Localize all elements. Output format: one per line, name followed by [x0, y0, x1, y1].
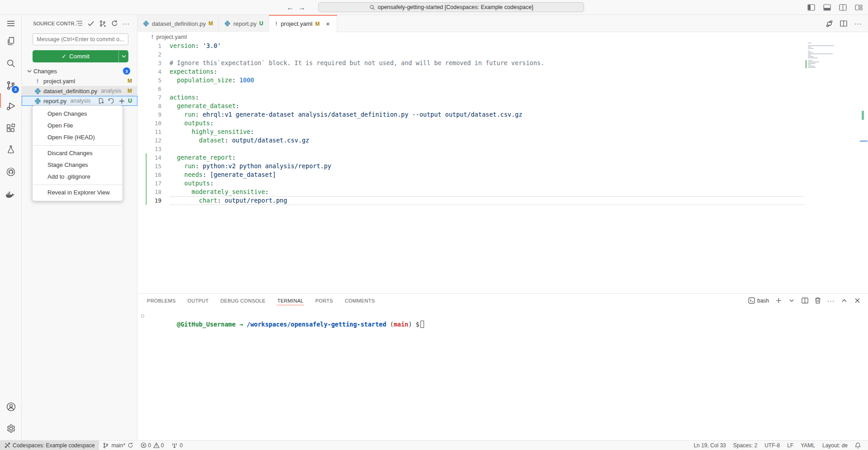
indentation-indicator[interactable]: Spaces: 2: [730, 441, 761, 450]
menu-item-open-file-head[interactable]: Open File (HEAD): [33, 132, 123, 143]
menu-button[interactable]: [5, 18, 16, 29]
code-line-12[interactable]: 12 dataset: output/dataset.csv.gz: [137, 136, 868, 145]
sidebar-item-extensions[interactable]: [5, 123, 16, 134]
changes-section-header[interactable]: Changes 3: [22, 66, 137, 76]
tab-dataset-definition[interactable]: dataset_definition.py M: [137, 15, 219, 32]
code-line-2[interactable]: 2: [137, 50, 868, 59]
scm-file-row-report-py[interactable]: report.py analysis U: [22, 96, 137, 106]
view-as-tree-button[interactable]: [75, 19, 84, 28]
problems-indicator[interactable]: 0 0: [137, 441, 167, 450]
code-line-9[interactable]: 9 run: ehrql:v1 generate-dataset analysi…: [137, 110, 868, 119]
close-tab-button[interactable]: ×: [324, 20, 331, 28]
code-line-6[interactable]: 6: [137, 85, 868, 93]
tab-project-yaml[interactable]: ! project.yaml M ×: [269, 15, 337, 32]
code-line-5[interactable]: 5 population_size: 1000: [137, 76, 868, 85]
branch-indicator[interactable]: main*: [99, 441, 137, 450]
sidebar-item-github[interactable]: [5, 166, 16, 177]
menu-item-stage-changes[interactable]: Stage Changes: [33, 159, 123, 171]
commit-button[interactable]: ✓ Commit: [33, 50, 128, 62]
notifications-button[interactable]: [851, 441, 864, 450]
sidebar-item-run-debug[interactable]: [5, 101, 16, 112]
menu-item-open-file[interactable]: Open File: [33, 120, 123, 132]
sidebar-item-testing[interactable]: [5, 144, 16, 155]
close-panel-button[interactable]: [853, 296, 862, 305]
commit-button-main[interactable]: ✓ Commit: [33, 50, 118, 62]
tab-report-py[interactable]: report.py U: [219, 15, 269, 32]
code-line-14[interactable]: 14 generate_report:: [137, 153, 868, 162]
toggle-panel-button[interactable]: [822, 2, 832, 12]
sidebar-item-source-control[interactable]: 3: [5, 80, 16, 91]
sidebar-item-docker[interactable]: [5, 189, 16, 199]
code-line-16[interactable]: 16 needs: [generate_dataset]: [137, 171, 868, 179]
scm-file-row-dataset-definition[interactable]: dataset_definition.py analysis M: [22, 86, 137, 96]
nav-forward-button[interactable]: →: [297, 2, 307, 13]
line-number: 7: [147, 93, 161, 102]
nav-back-button[interactable]: ←: [285, 2, 296, 13]
code-line-4[interactable]: 4expectations:: [137, 67, 868, 76]
command-center-search[interactable]: opensafely-getting-started [Codespaces: …: [318, 2, 584, 12]
code-line-8[interactable]: 8 generate_dataset:: [137, 102, 868, 110]
terminal-shell-label[interactable]: bash: [748, 297, 769, 304]
open-changes-button[interactable]: [825, 19, 834, 28]
remote-indicator[interactable]: Codespaces: Example codespace: [0, 441, 99, 450]
ports-indicator[interactable]: 0: [168, 441, 187, 450]
tab-terminal[interactable]: TERMINAL: [277, 296, 304, 305]
open-file-button[interactable]: [97, 97, 105, 105]
breadcrumb[interactable]: ! project.yaml: [137, 32, 868, 42]
language-mode-indicator[interactable]: YAML: [797, 441, 819, 450]
code-line-18[interactable]: 18 moderately_sensitive:: [137, 188, 868, 196]
encoding-indicator[interactable]: UTF-8: [761, 441, 783, 450]
discard-changes-button[interactable]: [107, 97, 115, 105]
account-button[interactable]: [5, 401, 16, 412]
more-actions-button[interactable]: ···: [854, 19, 863, 28]
maximize-panel-button[interactable]: [840, 296, 849, 305]
terminal-content[interactable]: @GitHub_Username → /workspaces/opensafel…: [137, 308, 868, 441]
code-line-10[interactable]: 10 outputs:: [137, 119, 868, 128]
customize-layout-button[interactable]: [854, 2, 863, 12]
menu-item-discard-changes[interactable]: Discard Changes: [33, 147, 123, 159]
sidebar-item-search[interactable]: [5, 58, 16, 69]
settings-button[interactable]: [5, 423, 16, 434]
refresh-button[interactable]: [110, 19, 119, 28]
code-line-17[interactable]: 17 outputs:: [137, 179, 868, 188]
code-line-15[interactable]: 15 run: python:v2 python analysis/report…: [137, 162, 868, 171]
code-line-11[interactable]: 11 highly_sensitive:: [137, 128, 868, 136]
scm-file-row-project-yaml[interactable]: ! project.yaml M: [22, 76, 137, 86]
stage-changes-button[interactable]: [118, 97, 126, 105]
terminal-profile-dropdown[interactable]: [787, 296, 796, 305]
split-editor-layout-button[interactable]: [838, 2, 848, 12]
eol-indicator[interactable]: LF: [783, 441, 797, 450]
tab-problems[interactable]: PROBLEMS: [146, 296, 176, 305]
split-editor-button[interactable]: [839, 19, 848, 28]
menu-item-add-gitignore[interactable]: Add to .gitignore: [33, 171, 123, 183]
toggle-sidebar-button[interactable]: [806, 2, 816, 12]
cursor-position-indicator[interactable]: Ln 19, Col 33: [690, 441, 729, 450]
minimap[interactable]: [806, 43, 859, 69]
create-branch-button[interactable]: [98, 19, 107, 28]
tab-debug-console[interactable]: DEBUG CONSOLE: [220, 296, 266, 305]
menu-item-open-changes[interactable]: Open Changes: [33, 108, 123, 120]
commit-message-input[interactable]: [33, 33, 128, 45]
code-line-1[interactable]: 1version: '3.0': [137, 42, 868, 50]
line-content: [170, 50, 805, 59]
code-line-13[interactable]: 13: [137, 145, 868, 153]
code-line-3[interactable]: 3# Ignore this`expectation` block. It is…: [137, 59, 868, 67]
sidebar-item-explorer[interactable]: [5, 36, 16, 47]
panel-more-actions-button[interactable]: ···: [826, 296, 835, 305]
code-line-19[interactable]: 19 chart: output/report.png: [137, 196, 868, 205]
tab-ports[interactable]: PORTS: [315, 296, 333, 305]
code-editor[interactable]: 1version: '3.0'23# Ignore this`expectati…: [137, 42, 868, 293]
code-line-7[interactable]: 7actions:: [137, 93, 868, 102]
commit-action-button[interactable]: [86, 19, 95, 28]
split-terminal-button[interactable]: [800, 296, 809, 305]
new-terminal-button[interactable]: [774, 296, 783, 305]
editor-group: dataset_definition.py M report.py U ! pr…: [137, 15, 868, 293]
layout-indicator[interactable]: Layout: de: [819, 441, 851, 450]
more-actions-button[interactable]: ···: [122, 19, 131, 28]
tab-output[interactable]: OUTPUT: [187, 296, 209, 305]
tab-comments[interactable]: COMMENTS: [344, 296, 376, 305]
kill-terminal-button[interactable]: [813, 296, 822, 305]
commit-dropdown-button[interactable]: [118, 50, 128, 62]
menu-item-reveal-explorer[interactable]: Reveal in Explorer View: [33, 187, 123, 199]
close-icon: [855, 298, 860, 303]
